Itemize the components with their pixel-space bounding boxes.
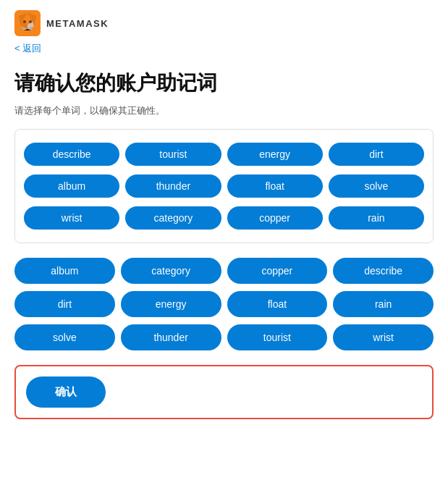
word-bank-button[interactable]: copper [227, 258, 328, 284]
metamask-logo [14, 10, 41, 36]
svg-point-8 [23, 20, 26, 23]
word-grid-slot[interactable]: album [24, 174, 119, 198]
page-title: 请确认您的账户助记词 [0, 64, 448, 104]
word-grid: describetouristenergydirtalbumthunderflo… [24, 143, 424, 230]
back-button[interactable]: < 返回 [0, 39, 448, 64]
word-grid-slot[interactable]: tourist [125, 143, 221, 166]
word-bank-button[interactable]: category [121, 258, 221, 284]
word-grid-slot[interactable]: float [227, 174, 323, 198]
word-grid-container: describetouristenergydirtalbumthunderflo… [14, 129, 434, 243]
word-grid-slot[interactable]: thunder [125, 174, 221, 198]
svg-point-9 [29, 20, 32, 23]
word-bank-button[interactable]: album [14, 258, 115, 284]
app-name-label: METAMASK [46, 18, 109, 29]
word-bank-button[interactable]: energy [121, 291, 221, 317]
word-bank-button[interactable]: float [227, 291, 328, 317]
word-grid-slot[interactable]: rain [329, 206, 424, 230]
word-grid-slot[interactable]: wrist [24, 206, 119, 230]
word-grid-slot[interactable]: describe [24, 143, 119, 166]
confirm-button[interactable]: 确认 [26, 376, 106, 408]
word-bank-button[interactable]: dirt [14, 291, 115, 317]
word-bank-button[interactable]: solve [14, 324, 115, 350]
word-bank-button[interactable]: describe [333, 258, 434, 284]
word-bank-button[interactable]: tourist [227, 324, 328, 350]
word-bank-button[interactable]: wrist [333, 324, 434, 350]
word-grid-slot[interactable]: energy [227, 143, 323, 166]
word-bank-button[interactable]: thunder [121, 324, 221, 350]
word-bank-grid: albumcategorycopperdescribedirtenergyflo… [14, 258, 434, 350]
page-subtitle: 请选择每个单词，以确保其正确性。 [0, 104, 448, 129]
word-grid-slot[interactable]: copper [227, 206, 323, 230]
word-bank-container: albumcategorycopperdescribedirtenergyflo… [14, 258, 434, 350]
word-grid-slot[interactable]: dirt [329, 143, 424, 166]
app-header: METAMASK [0, 0, 448, 39]
confirm-section: 确认 [14, 365, 434, 419]
word-grid-slot[interactable]: solve [329, 174, 424, 198]
word-bank-button[interactable]: rain [333, 291, 434, 317]
word-grid-slot[interactable]: category [125, 206, 221, 230]
